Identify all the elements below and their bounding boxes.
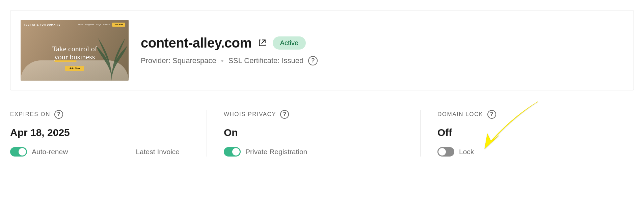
expires-label: EXPIRES ON (10, 111, 50, 118)
domain-lock-toggle-label: Lock (459, 148, 474, 156)
domain-header-info: content-alley.com Active Provider: Squar… (141, 35, 623, 65)
ssl-value: Issued (281, 56, 303, 65)
auto-renew-toggle[interactable] (10, 147, 27, 157)
thumbnail-brand: TEST SITE FOR DOMAINS (24, 24, 60, 26)
domain-header-card: TEST SITE FOR DOMAINS About Programs FAQ… (10, 10, 634, 90)
domain-name: content-alley.com (141, 35, 252, 51)
provider-value: Squarespace (172, 56, 216, 65)
private-registration-toggle[interactable] (224, 147, 241, 157)
external-link-icon[interactable] (258, 38, 267, 47)
separator-dot: • (221, 56, 224, 65)
auto-renew-label: Auto-renew (32, 148, 68, 156)
domain-lock-panel: DOMAIN LOCK ? Off Lock (420, 110, 634, 157)
thumbnail-hero-line: Take control of (52, 45, 97, 53)
thumbnail-nav-item: About (78, 24, 83, 26)
provider-label: Provider: (141, 56, 170, 65)
expires-value: Apr 18, 2025 (10, 127, 196, 138)
site-thumbnail[interactable]: TEST SITE FOR DOMAINS About Programs FAQ… (21, 20, 129, 81)
domain-info-panels: EXPIRES ON ? Apr 18, 2025 Auto-renew Lat… (10, 110, 634, 157)
thumbnail-hero-line: your business (54, 53, 95, 61)
whois-panel: WHOIS PRIVACY ? On Private Registration (207, 110, 420, 157)
status-badge: Active (273, 36, 306, 50)
thumbnail-nav-item: Contact (103, 24, 110, 26)
thumbnail-cta: Join Now (112, 23, 125, 27)
help-icon[interactable]: ? (487, 110, 496, 119)
help-icon[interactable]: ? (54, 110, 63, 119)
thumbnail-hero-cta: Join Now (65, 66, 84, 71)
private-registration-label: Private Registration (245, 148, 307, 156)
ssl-label: SSL Certificate: (228, 56, 279, 65)
domain-lock-label: DOMAIN LOCK (437, 111, 483, 118)
whois-label: WHOIS PRIVACY (224, 111, 276, 118)
expires-panel: EXPIRES ON ? Apr 18, 2025 Auto-renew Lat… (10, 110, 207, 157)
help-icon[interactable]: ? (280, 110, 289, 119)
help-icon[interactable]: ? (308, 56, 318, 65)
domain-lock-toggle[interactable] (437, 147, 454, 157)
latest-invoice-link[interactable]: Latest Invoice (136, 148, 180, 156)
thumbnail-nav-item: Programs (85, 24, 94, 26)
domain-lock-value: Off (437, 127, 624, 138)
thumbnail-nav-item: FAQs (96, 24, 101, 26)
whois-value: On (224, 127, 410, 138)
